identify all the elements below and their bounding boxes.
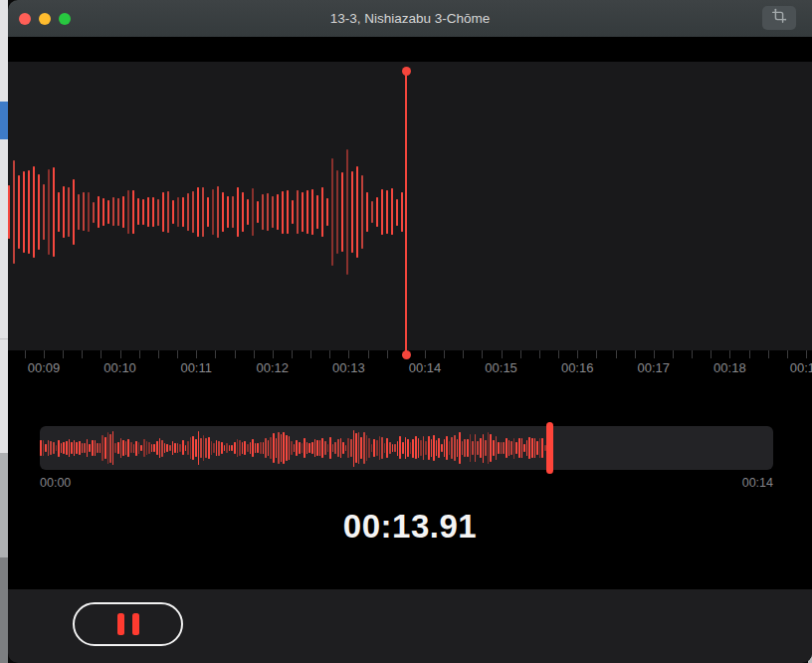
waveform-bar	[326, 198, 328, 225]
waveform-bar	[379, 436, 381, 460]
waveform-bar	[371, 444, 373, 453]
playhead-line[interactable]	[405, 71, 407, 354]
waveform-bar	[355, 433, 357, 462]
waveform-bar	[92, 440, 94, 456]
waveform-bar	[531, 438, 533, 457]
pause-button[interactable]	[73, 602, 183, 646]
waveform-bar	[454, 435, 456, 461]
waveform-bar	[244, 441, 246, 454]
background-band-dark	[0, 557, 8, 663]
waveform-bar	[102, 198, 104, 226]
ruler-tick	[558, 350, 559, 358]
waveform-bar	[71, 442, 73, 455]
waveform-bar	[203, 435, 205, 461]
waveform-bar	[283, 432, 285, 464]
ruler-time-label: 00:10	[103, 360, 136, 375]
waveform-bar	[444, 439, 446, 457]
waveform-bar	[242, 442, 244, 455]
waveform-bar	[356, 166, 358, 259]
waveform-bar	[152, 197, 154, 226]
ruler-tick	[616, 350, 617, 358]
waveform-bar	[174, 443, 176, 453]
waveform-bar	[13, 160, 15, 265]
ruler-tick	[215, 350, 216, 358]
ruler-tick	[425, 350, 426, 358]
waveform-bar	[83, 192, 85, 231]
waveform-bar	[501, 442, 503, 455]
ruler-tick	[787, 350, 788, 358]
waveform-bar	[211, 441, 213, 454]
waveform-bar	[58, 440, 60, 457]
waveform-bar	[366, 192, 368, 233]
waveform-bar	[273, 433, 275, 463]
playhead-bottom-handle[interactable]	[402, 350, 411, 359]
waveform-bar	[217, 186, 219, 239]
waveform-bar	[200, 438, 202, 458]
waveform-bar	[358, 432, 360, 464]
ruler-tick	[768, 350, 769, 358]
ruler-tick	[25, 350, 26, 358]
waveform-bar	[438, 438, 440, 459]
waveform-bar	[43, 184, 45, 240]
waveform-bar	[182, 440, 184, 455]
waveform-bar	[247, 444, 249, 452]
waveform-bar	[327, 444, 329, 451]
waveform-bar	[187, 193, 189, 232]
ruler-time-label: 00:16	[561, 360, 594, 375]
waveform-bar	[132, 190, 134, 234]
waveform-bar	[63, 186, 65, 239]
waveform-bar	[229, 445, 231, 452]
waveform-bar	[314, 439, 316, 456]
waveform-bar	[308, 443, 310, 453]
waveform-bar	[347, 438, 349, 458]
recording-overview-minimap[interactable]	[40, 426, 773, 470]
waveform-bar	[112, 431, 114, 464]
waveform-bar	[66, 441, 68, 455]
waveform-bar	[316, 440, 318, 455]
waveform-bar	[384, 443, 386, 453]
waveform-bar	[177, 197, 179, 228]
waveform-bar	[18, 175, 20, 250]
window-title: 13-3, Nishiazabu 3-Chōme	[8, 0, 812, 37]
waveform-bar	[122, 440, 124, 456]
waveform-bar	[311, 442, 313, 454]
waveform-bar	[73, 179, 75, 245]
waveform-bar	[192, 191, 194, 232]
waveform-bar	[133, 444, 135, 453]
waveform-bar	[341, 172, 343, 253]
waveform-bar	[195, 439, 197, 457]
waveform-bar	[539, 438, 541, 459]
waveform-detail-panel[interactable]	[8, 62, 812, 350]
waveform-bar	[53, 442, 55, 454]
waveform-bar	[345, 445, 347, 451]
waveform-bar	[197, 187, 199, 236]
waveform-bar	[43, 440, 45, 456]
waveform-bar	[252, 439, 254, 457]
waveform-bar	[360, 437, 362, 460]
waveform-bar	[508, 440, 510, 457]
waveform-bar	[441, 444, 443, 453]
playhead-top-handle[interactable]	[402, 67, 411, 76]
waveform-bar	[311, 189, 313, 235]
waveform-bar	[389, 442, 391, 454]
waveform-bar	[351, 171, 353, 252]
waveform-bar	[33, 166, 35, 259]
waveform-bar	[515, 442, 517, 455]
ruler-tick	[101, 350, 102, 358]
waveform-bar	[428, 436, 430, 461]
waveform-bar	[490, 434, 492, 463]
waveform-bar	[58, 192, 60, 232]
minimap-playhead[interactable]	[546, 422, 553, 474]
ruler-tick	[710, 350, 711, 358]
crop-button[interactable]	[762, 6, 796, 30]
waveform-bar	[376, 197, 378, 227]
waveform-bar	[405, 437, 407, 459]
waveform-bar	[239, 440, 241, 457]
waveform-bar	[187, 441, 189, 456]
ruler-tick	[120, 350, 121, 358]
waveform-bar	[399, 436, 401, 459]
ruler-time-label: 00:14	[409, 360, 442, 375]
waveform-bar	[321, 438, 323, 458]
waveform-bar	[68, 187, 70, 238]
waveform-bar	[252, 188, 254, 236]
